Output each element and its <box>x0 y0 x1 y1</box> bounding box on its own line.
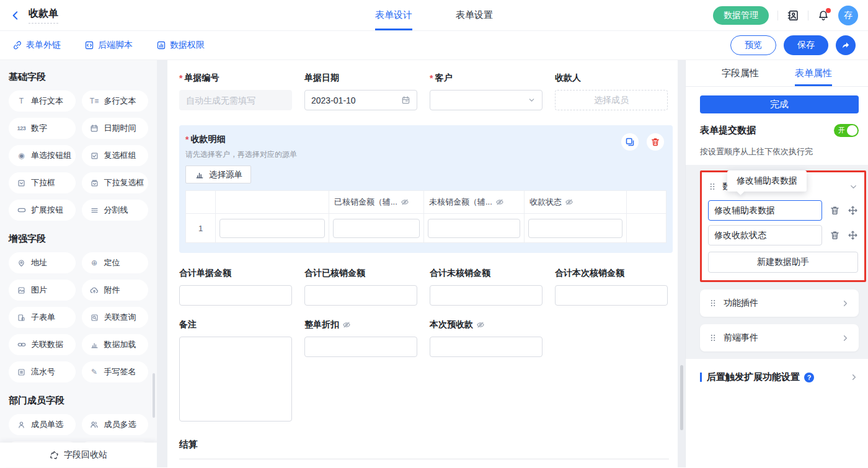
field-group-discount[interactable]: 整单折扣 <box>304 319 417 424</box>
total-verified-input[interactable] <box>304 285 417 306</box>
total-doc-amount-input[interactable] <box>179 285 292 306</box>
field-group-prepay[interactable]: 本次预收款 <box>430 319 542 424</box>
frontend-events-card[interactable]: 前端事件 <box>700 324 859 351</box>
canvas-scrollbar[interactable] <box>680 365 683 430</box>
sidebar-scrollbar[interactable] <box>153 373 155 418</box>
field-group-doc-number[interactable]: *单据编号 <box>179 73 292 110</box>
field-group-total-doc-amount[interactable]: 合计单据金额 <box>179 268 292 306</box>
cell-input-status[interactable] <box>528 219 622 238</box>
total-unverified-input[interactable] <box>430 285 542 306</box>
field-geolocation[interactable]: ⊕定位 <box>82 252 149 273</box>
trash-icon[interactable] <box>830 230 840 241</box>
external-link-action[interactable]: 表单外链 <box>12 40 61 51</box>
chevron-right-icon[interactable] <box>841 333 850 343</box>
chevron-down-icon[interactable] <box>849 182 858 192</box>
select-source-button[interactable]: 选择源单 <box>185 166 251 183</box>
receipt-detail-section[interactable]: *收款明细 请先选择客户，再选择对应的源单 选择源单 <box>179 125 673 253</box>
avatar[interactable]: 存 <box>838 6 858 25</box>
field-select[interactable]: 下拉框 <box>9 172 76 193</box>
payee-member-picker[interactable]: 选择成员 <box>555 90 668 110</box>
notification-bell-icon[interactable] <box>817 9 830 22</box>
customer-select[interactable] <box>430 90 542 110</box>
delete-section-button[interactable] <box>647 133 664 151</box>
field-datetime[interactable]: 日期时间 <box>82 118 149 139</box>
field-checkbox-group[interactable]: 复选框组 <box>82 145 149 166</box>
doc-date-picker[interactable]: 2023-01-10 <box>304 90 417 110</box>
field-address[interactable]: 地址 <box>9 252 76 273</box>
field-group-payee[interactable]: 收款人 选择成员 <box>555 73 668 110</box>
field-number[interactable]: 123数字 <box>9 118 76 139</box>
discount-input[interactable] <box>304 337 417 357</box>
pen-icon: ✎ <box>89 368 100 376</box>
plugins-card[interactable]: 功能插件 <box>700 289 859 317</box>
trash-icon[interactable] <box>830 205 840 216</box>
field-serial-number[interactable]: 流水号 <box>9 361 76 382</box>
field-radio-group[interactable]: ◉单选按钮组 <box>9 145 76 166</box>
drag-handle-icon[interactable] <box>709 333 717 342</box>
field-image[interactable]: 图片 <box>9 280 76 301</box>
field-signature[interactable]: ✎手写签名 <box>82 361 149 382</box>
back-icon[interactable] <box>10 10 21 21</box>
field-group-customer[interactable]: *客户 <box>430 73 542 110</box>
field-extend-button[interactable]: 扩展按钮 <box>9 200 76 221</box>
tab-form-design[interactable]: 表单设计 <box>375 0 412 30</box>
accent-bar <box>700 373 702 382</box>
prepay-input[interactable] <box>430 337 542 357</box>
save-button[interactable]: 保存 <box>784 35 828 55</box>
eye-off-icon[interactable] <box>476 320 485 329</box>
eye-off-icon[interactable] <box>401 198 409 206</box>
field-relation-query[interactable]: 关联查询 <box>82 307 149 328</box>
move-icon[interactable] <box>848 230 858 241</box>
tab-form-properties[interactable]: 表单属性 <box>795 60 832 86</box>
field-member-multi[interactable]: 成员多选 <box>82 414 149 435</box>
new-data-assistant-button[interactable]: 新建数据助手 <box>708 252 858 273</box>
field-data-load[interactable]: 数据加载 <box>82 334 149 355</box>
field-multi-select[interactable]: 下拉复选框 <box>82 172 149 193</box>
tab-form-settings[interactable]: 表单设置 <box>456 0 493 30</box>
drag-handle-icon[interactable] <box>709 299 717 307</box>
copy-section-button[interactable] <box>621 133 639 151</box>
cell-input-unverified[interactable] <box>428 219 520 238</box>
doc-number-input[interactable] <box>179 90 292 110</box>
eye-off-icon[interactable] <box>495 198 504 206</box>
chevron-right-icon[interactable] <box>841 299 850 308</box>
tab-field-properties[interactable]: 字段属性 <box>722 60 759 86</box>
form-title[interactable]: 收款单 <box>29 7 58 24</box>
field-attachment[interactable]: 附件 <box>82 280 149 301</box>
field-group-total-verified[interactable]: 合计已核销金额 <box>304 268 417 306</box>
assistant-item-input[interactable] <box>708 225 822 245</box>
share-button[interactable] <box>836 35 856 55</box>
move-icon[interactable] <box>848 205 858 216</box>
assistant-tooltip: 修改辅助表数据 <box>727 170 807 192</box>
backend-script-action[interactable]: 后端脚本 <box>84 40 133 51</box>
drag-handle-icon[interactable] <box>708 182 717 191</box>
contacts-icon[interactable] <box>787 9 799 22</box>
field-group-remark[interactable]: 备注 <box>179 319 292 424</box>
remark-textarea[interactable] <box>179 337 292 422</box>
cell-input-verified[interactable] <box>333 219 420 238</box>
field-group-total-unverified[interactable]: 合计未核销金额 <box>430 268 542 306</box>
cell-input[interactable] <box>219 219 325 238</box>
field-member-single[interactable]: 成员单选 <box>9 414 76 435</box>
field-relation-data[interactable]: 关联数据 <box>9 334 76 355</box>
field-group-doc-date[interactable]: 单据日期 2023-01-10 <box>304 73 417 110</box>
field-single-text[interactable]: T单行文本 <box>9 91 76 112</box>
field-subform[interactable]: 子表单 <box>9 307 76 328</box>
data-permission-action[interactable]: 数据权限 <box>156 40 205 51</box>
chevron-right-icon[interactable] <box>849 373 859 382</box>
done-button[interactable]: 完成 <box>700 95 859 113</box>
field-divider[interactable]: 分割线 <box>82 200 149 221</box>
field-recycle-bin[interactable]: 字段回收站 <box>0 443 157 467</box>
data-manage-button[interactable]: 数据管理 <box>713 6 769 25</box>
field-multi-text[interactable]: T≡多行文本 <box>82 91 149 112</box>
section-title-member-fields: 部门成员字段 <box>9 395 148 407</box>
total-current-verified-input[interactable] <box>555 285 668 306</box>
eye-off-icon[interactable] <box>565 198 574 206</box>
post-trigger-settings[interactable]: 后置触发扩展功能设置 ? <box>700 371 859 383</box>
field-group-total-current-verified[interactable]: 合计本次核销金额 <box>555 268 668 306</box>
preview-button[interactable]: 预览 <box>730 35 776 55</box>
help-icon[interactable]: ? <box>804 373 814 382</box>
submit-data-toggle[interactable]: 开 <box>834 124 859 137</box>
eye-off-icon[interactable] <box>342 320 351 329</box>
assistant-item-input[interactable] <box>708 200 822 221</box>
